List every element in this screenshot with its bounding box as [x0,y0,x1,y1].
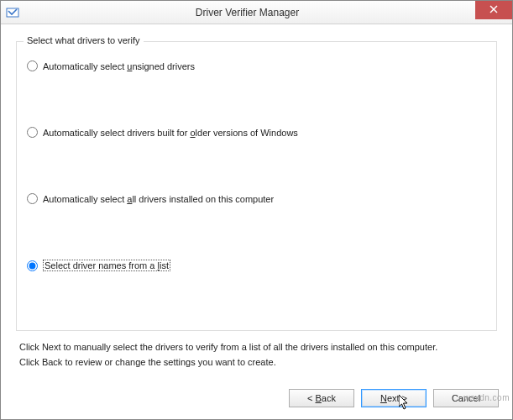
radio-all-drivers-label: Automatically select all drivers install… [43,194,274,204]
radio-older-windows-input[interactable] [27,127,38,138]
watermark: wsxdn.com [463,393,510,402]
radio-from-list-input[interactable] [27,260,38,271]
radio-older-windows-label: Automatically select drivers built for o… [43,128,298,138]
next-button[interactable]: Next > [361,389,427,407]
radio-unsigned-drivers-input[interactable] [27,60,38,71]
back-button-label: < Back [307,393,336,403]
radio-unsigned-drivers[interactable]: Automatically select unsigned drivers [27,60,486,71]
content-area: Select what drivers to verify Automatica… [1,24,512,381]
window-title: Driver Verifier Manager [19,7,475,18]
help-text: Click Next to manually select the driver… [19,339,494,370]
help-line-1: Click Next to manually select the driver… [19,339,494,355]
driver-select-group: Select what drivers to verify Automatica… [16,41,497,331]
radio-unsigned-drivers-label: Automatically select unsigned drivers [43,61,195,71]
radio-all-drivers[interactable]: Automatically select all drivers install… [27,193,486,204]
radio-all-drivers-input[interactable] [27,193,38,204]
group-legend: Select what drivers to verify [24,35,144,45]
radio-from-list-label: Select driver names from a list [43,260,170,271]
back-button[interactable]: < Back [289,389,354,407]
button-row: < Back Next > Cancel [1,381,512,419]
radio-older-windows[interactable]: Automatically select drivers built for o… [27,127,486,138]
next-button-label: Next > [380,393,407,403]
radio-from-list[interactable]: Select driver names from a list [27,260,486,271]
titlebar: Driver Verifier Manager [1,1,512,24]
close-icon [489,4,498,15]
close-button[interactable] [475,1,512,19]
help-line-2: Click Back to review or change the setti… [19,354,494,370]
app-icon [6,6,19,19]
window: Driver Verifier Manager Select what driv… [0,0,513,420]
